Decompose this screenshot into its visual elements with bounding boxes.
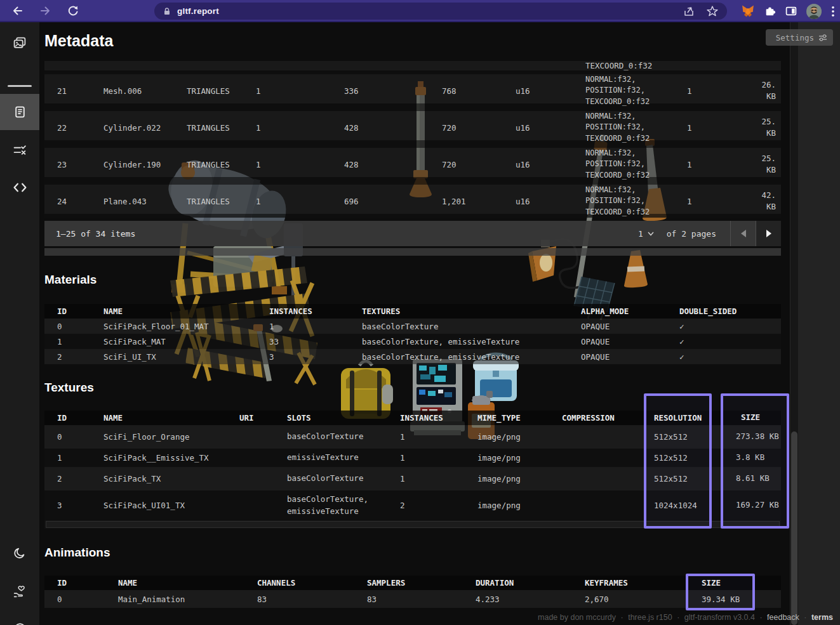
donate-hand-heart-icon: [13, 584, 27, 598]
prev-page-button[interactable]: [730, 221, 756, 246]
image-stack-icon: [13, 36, 27, 50]
extensions-puzzle-icon[interactable]: [764, 5, 776, 17]
validation-list-icon: [13, 143, 27, 157]
sidebar-divider: [8, 85, 32, 87]
code-brackets-icon: [13, 181, 27, 194]
browser-toolbar: gltf.report: [0, 0, 840, 22]
table-row: 2SciFiPack_TX baseColorTexture1 image/pn…: [44, 467, 781, 490]
textures-section-title: Textures: [44, 381, 94, 395]
animations-table: IDNAMECHANNELS SAMPLERSDURATIONKEYFRAMES…: [44, 576, 781, 608]
table-row: 22Cylinder.022TRIANGLES 1428720 u16NORMA…: [44, 107, 781, 144]
sidebar-item-code[interactable]: [0, 169, 39, 206]
table-row: 1SciFiPack__Emissive_TX emissiveTexture1…: [44, 449, 781, 467]
app-sidebar: ?: [0, 22, 39, 625]
textures-table: IDNAMEURI SLOTSINSTANCESMIME_TYPE COMPRE…: [44, 411, 781, 529]
textures-hscrollbar[interactable]: [44, 520, 781, 529]
meshes-hscrollbar[interactable]: [44, 248, 781, 256]
table-row: 0Main_Animation83 834.2332,670 39.34 KB: [44, 590, 781, 608]
browser-actions: [742, 0, 835, 22]
table-row: 0SciFi_Floor_Orange baseColorTexture1 im…: [44, 425, 781, 449]
gltf-report-page: gltf.report: [0, 0, 840, 625]
next-page-button[interactable]: [756, 221, 781, 246]
sidebar-item-help[interactable]: ?: [0, 611, 39, 625]
materials-table: IDNAMEINSTANCES TEXTURESALPHA_MODEDOUBLE…: [44, 304, 781, 364]
avatar[interactable]: [806, 4, 822, 19]
back-arrow-icon[interactable]: [6, 3, 28, 19]
animations-section-title: Animations: [44, 546, 110, 560]
page-scrollbar-thumb[interactable]: [791, 431, 797, 625]
chevron-down-icon: [648, 232, 654, 236]
moon-icon: [13, 547, 26, 560]
footer-credit: made by don mccurdy: [538, 613, 616, 622]
footer: made by don mccurdy · three.js r150 · gl…: [535, 613, 833, 622]
table-row: 1SciFiPack_MAT33 baseColorTexture, emiss…: [44, 334, 781, 349]
sidebar-item-donate[interactable]: [0, 573, 39, 609]
side-panel-icon[interactable]: [785, 6, 797, 16]
meshes-table: TEXCOORD_0:f32 21Mesh.006TRIANGLES 13367…: [44, 61, 781, 218]
pages-label: of 2 pages: [667, 229, 716, 239]
forward-arrow-icon[interactable]: [34, 3, 56, 19]
terms-link[interactable]: terms: [811, 613, 833, 622]
url-bar[interactable]: gltf.report: [154, 3, 727, 20]
bookmark-star-icon[interactable]: [707, 6, 718, 16]
sidebar-item-validation[interactable]: [0, 132, 39, 168]
mesh-attributes: TEXCOORD_0:f32: [585, 61, 681, 70]
sidebar-item-viewer[interactable]: [0, 25, 39, 61]
page-title: Metadata: [44, 32, 113, 50]
pagination-bar: 1–25 of 34 items 1 of 2 pages: [44, 221, 781, 246]
chevron-left-icon: [741, 230, 746, 237]
help-question-icon: ?: [13, 622, 27, 625]
settings-sliders-icon: [818, 34, 827, 42]
table-row: 3SciFiPack_UI01_TX baseColorTexture, emi…: [44, 490, 781, 520]
report-document-icon: [13, 105, 27, 119]
table-header: IDNAMEURI SLOTSINSTANCESMIME_TYPE COMPRE…: [44, 411, 781, 425]
table-header: IDNAMEINSTANCES TEXTURESALPHA_MODEDOUBLE…: [44, 304, 781, 319]
page-select[interactable]: 1: [632, 229, 660, 239]
table-header: IDNAMECHANNELS SAMPLERSDURATIONKEYFRAMES…: [44, 576, 781, 590]
share-icon[interactable]: [683, 6, 695, 17]
table-row: 2SciFi_UI_TX3 baseColorTexture, emissive…: [44, 349, 781, 364]
metamask-fox-icon[interactable]: [742, 5, 754, 17]
pagination-range: 1–25 of 34 items: [56, 229, 632, 239]
footer-transform-version: gltf-transform v3.0.4: [684, 613, 755, 622]
chevron-right-icon: [766, 230, 771, 237]
sidebar-item-theme[interactable]: [0, 535, 39, 571]
sidebar-item-report[interactable]: [0, 94, 39, 130]
kebab-menu-icon[interactable]: [831, 6, 835, 17]
table-row: 23Cylinder.190TRIANGLES 1428720 u16NORMA…: [44, 144, 781, 181]
footer-threejs-version: three.js r150: [628, 613, 672, 622]
settings-button[interactable]: Settings: [766, 29, 833, 46]
table-row: 21Mesh.006TRIANGLES 1336768 u16NORMAL:f3…: [44, 70, 781, 107]
materials-section-title: Materials: [44, 273, 97, 287]
url-text: gltf.report: [177, 6, 683, 16]
lock-icon: [162, 6, 172, 16]
table-row: 24Plane.043TRIANGLES 16961,201 u16NORMAL…: [44, 181, 781, 218]
table-row: 0SciFiPack_Floor_01_MAT1 baseColorTextur…: [44, 319, 781, 334]
feedback-link[interactable]: feedback: [767, 613, 799, 622]
table-row-partial: TEXCOORD_0:f32: [44, 61, 781, 70]
settings-label: Settings: [776, 33, 814, 43]
page-gutter: [798, 22, 840, 625]
refresh-icon[interactable]: [62, 3, 84, 19]
